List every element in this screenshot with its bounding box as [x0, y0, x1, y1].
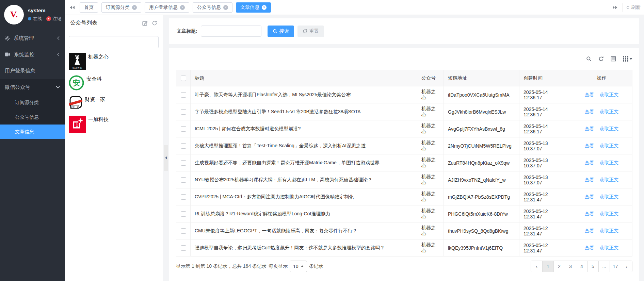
created-time-cell: 2025-05-14 12:36:17 — [519, 103, 571, 120]
article-title-cell: ICML 2025 | 如何在合成文本数据时避免模型崩溃? — [191, 120, 417, 137]
row-checkbox[interactable] — [181, 177, 186, 183]
refresh-icon — [626, 5, 629, 10]
per-page-select[interactable]: 10 — [290, 261, 307, 272]
view-link[interactable]: 查看 — [585, 177, 594, 182]
account-item-2[interactable]: 财资一家财资一家 — [69, 96, 159, 112]
table-refresh-button[interactable] — [598, 56, 604, 62]
article-title-input[interactable] — [201, 26, 261, 37]
sidebar-subitem-0[interactable]: 订阅源分类 — [0, 95, 65, 110]
shortlink-cell: PHGC6lQt5mXuieK6-8DiYw — [444, 205, 519, 222]
get-content-link[interactable]: 获取正文 — [600, 160, 619, 165]
sidebar-item-user-login-info[interactable]: 用户登录信息 — [0, 63, 65, 79]
next-page-button[interactable]: › — [621, 261, 632, 272]
account-item-1[interactable]: 安安全科 — [69, 75, 159, 92]
select-all-checkbox[interactable] — [181, 76, 186, 81]
view-link[interactable]: 查看 — [585, 143, 594, 148]
row-checkbox[interactable] — [181, 245, 186, 251]
view-link[interactable]: 查看 — [585, 92, 594, 97]
anquanke-logo: 安 — [69, 75, 84, 90]
article-title-cell: 突破大模型推理瓶颈！首篇「Test-Time Scaling」全景综述，深入剖析… — [191, 137, 417, 154]
tab-4[interactable]: 文章信息× — [236, 2, 271, 13]
row-checkbox[interactable] — [181, 211, 186, 217]
table-search-button[interactable] — [586, 56, 592, 62]
account-cell: 机器之心 — [417, 154, 444, 171]
get-content-link[interactable]: 获取正文 — [600, 126, 619, 131]
refresh-icon — [152, 20, 157, 26]
page-button-5[interactable]: 5 — [587, 261, 598, 272]
edit-button[interactable] — [142, 20, 148, 26]
view-link[interactable]: 查看 — [585, 194, 594, 199]
sidebar-item-system-monitor[interactable]: 系统监控 — [0, 46, 65, 63]
get-content-link[interactable]: 获取正文 — [600, 211, 619, 216]
jiqizhixin-logo-wrap: 机器之心 — [69, 53, 86, 71]
row-checkbox[interactable] — [181, 228, 186, 234]
tabs-scroll-right-button[interactable] — [611, 5, 619, 10]
detail-view-button[interactable] — [611, 56, 616, 62]
row-checkbox[interactable] — [181, 126, 186, 132]
page-button-2[interactable]: 2 — [553, 261, 565, 272]
row-checkbox[interactable] — [181, 194, 186, 200]
search-button[interactable]: 搜索 — [268, 26, 294, 37]
pagination-info: 显示第 1 到第 10 条记录，总共 164 条记录 — [176, 263, 267, 269]
caret-down-icon — [629, 58, 632, 60]
get-content-link[interactable]: 获取正文 — [600, 109, 619, 114]
get-content-link[interactable]: 获取正文 — [600, 177, 619, 182]
logout-button[interactable]: 注销 — [46, 16, 61, 22]
page-ellipsis[interactable]: ... — [598, 261, 610, 272]
detail-view-icon — [611, 56, 616, 62]
row-checkbox[interactable] — [181, 143, 186, 149]
get-content-link[interactable]: 获取正文 — [600, 194, 619, 199]
tab-1[interactable]: 订阅源分类× — [101, 2, 141, 13]
get-content-link[interactable]: 获取正文 — [600, 245, 619, 250]
close-tab-icon[interactable]: × — [262, 5, 267, 10]
tabs-scroll-left-button[interactable] — [68, 5, 76, 10]
close-tab-icon[interactable]: × — [180, 5, 185, 10]
row-checkbox[interactable] — [181, 109, 186, 115]
refresh-icon — [598, 56, 604, 62]
shortlink-cell: AJfZH9vxoTNZ_qNalclY_w — [444, 171, 519, 188]
tab-label: 公众号信息 — [197, 4, 221, 11]
panel-collapse-handle[interactable] — [164, 145, 168, 171]
tab-label: 订阅源分类 — [106, 4, 130, 11]
view-link[interactable]: 查看 — [585, 109, 594, 114]
get-content-link[interactable]: 获取正文 — [600, 228, 619, 233]
triangle-left-icon — [165, 156, 167, 160]
account-item-3[interactable]: 1一加科技 — [69, 116, 159, 134]
page-button-4[interactable]: 4 — [576, 261, 587, 272]
columns-toggle-button[interactable] — [623, 56, 632, 62]
page-button-17[interactable]: 17 — [610, 261, 621, 272]
account-cell: 机器之心 — [417, 103, 444, 120]
articles-table: 标题 公众号 短链地址 创建时间 操作 叶子豪、陈天奇等人开源项目FlashIn… — [176, 70, 632, 257]
page-button-1[interactable]: 1 — [542, 261, 553, 272]
sidebar-subitem-1[interactable]: 公众号信息 — [0, 110, 65, 125]
sidebar-item-wechat-accounts[interactable]: 微信公众号 — [0, 79, 65, 95]
prev-page-button[interactable]: ‹ — [531, 261, 542, 272]
get-content-link[interactable]: 获取正文 — [600, 143, 619, 148]
refresh-page-button[interactable]: 刷新 — [626, 4, 641, 11]
view-link[interactable]: 查看 — [585, 160, 594, 165]
close-tab-icon[interactable]: × — [223, 5, 228, 10]
view-link[interactable]: 查看 — [585, 211, 594, 216]
tab-0[interactable]: 首页 — [80, 2, 98, 13]
tab-3[interactable]: 公众号信息× — [193, 2, 232, 13]
view-link[interactable]: 查看 — [585, 228, 594, 233]
get-content-link[interactable]: 获取正文 — [600, 92, 619, 97]
sidebar-item-system-management[interactable]: 系统管理 — [0, 30, 65, 46]
article-title-cell: 叶子豪、陈天奇等人开源项目FlashInfer入选，MLSys2025最佳论文奖… — [191, 86, 417, 103]
account-filter-input[interactable] — [69, 36, 159, 48]
row-checkbox[interactable] — [181, 92, 186, 98]
tab-label: 文章信息 — [240, 4, 259, 11]
close-tab-icon[interactable]: × — [132, 5, 137, 10]
tab-2[interactable]: 用户登录信息× — [145, 2, 189, 13]
row-checkbox[interactable] — [181, 160, 186, 166]
account-cell: 机器之心 — [417, 188, 444, 205]
refresh-list-button[interactable] — [152, 20, 157, 26]
caizijia-logo-wrap: 财资一家 — [69, 96, 82, 112]
page-button-3[interactable]: 3 — [565, 261, 576, 272]
article-title-cell: CMU朱俊彦等上新LEGOGPT，一句话就能搭乐高，网友：复杂零件行不行？ — [191, 222, 417, 239]
view-link[interactable]: 查看 — [585, 245, 594, 250]
sidebar-subitem-2[interactable]: 文章信息 — [0, 125, 65, 139]
reset-button[interactable]: 重置 — [297, 26, 324, 37]
account-item-0[interactable]: 机器之心机器之心 — [69, 53, 159, 71]
view-link[interactable]: 查看 — [585, 126, 594, 131]
